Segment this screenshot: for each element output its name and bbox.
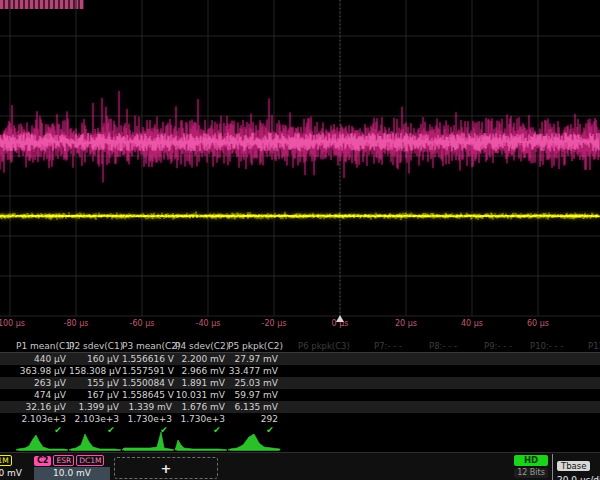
measure-cell: 1.730e+3 xyxy=(122,413,175,425)
measure-cell: 440 µV xyxy=(16,353,69,365)
measure-cell: 1.556616 V xyxy=(122,353,175,365)
time-axis-label: -100 µs xyxy=(0,318,25,330)
time-axis-label: -60 µs xyxy=(130,318,155,330)
trigger-position-marker[interactable] xyxy=(336,315,344,322)
measure-cell: 160 µV xyxy=(69,353,122,365)
measure-header-inactive[interactable]: P7:- - - xyxy=(374,340,402,352)
measure-row-min: 263 µV155 µV1.550084 V1.891 mV25.03 mV xyxy=(0,377,600,389)
measure-cell: 2.200 mV xyxy=(175,353,228,365)
plus-icon: + xyxy=(161,462,172,475)
channel-descriptor-c1[interactable]: C1 DC1M 10.0 mV xyxy=(0,454,28,480)
time-axis-label: 20 µs xyxy=(395,318,417,330)
measure-cell: 158.308 µV xyxy=(69,365,122,377)
time-axis: -100 µs-80 µs-60 µs-40 µs-20 µs0 µs20 µs… xyxy=(0,318,600,330)
bottom-toolbar: C1 DC1M 10.0 mV C2 ESR DC1M 10.0 mV + HD… xyxy=(0,452,600,480)
hd-bits-label: 12 Bits xyxy=(514,468,548,478)
timebase-descriptor[interactable]: Tbase 20.0 µs/div xyxy=(552,454,600,480)
time-axis-label: -20 µs xyxy=(262,318,287,330)
time-axis-label: 60 µs xyxy=(527,318,549,330)
measure-cell: 1.339 mV xyxy=(122,401,175,413)
tbase-label: Tbase xyxy=(557,461,590,471)
channel-c1-scale: 10.0 mV xyxy=(0,467,28,480)
measure-cell: 32.16 µV xyxy=(16,401,69,413)
channel-c2-label: C2 xyxy=(34,456,51,466)
measure-header-p2[interactable]: P2 sdev(C1) xyxy=(69,340,122,352)
measure-cell: 27.97 mV xyxy=(228,353,281,365)
measure-row-max: 474 µV167 µV1.558645 V10.031 mV59.97 mV xyxy=(0,389,600,401)
measure-cell: 59.97 mV xyxy=(228,389,281,401)
measure-header-inactive[interactable]: P10:- - - xyxy=(530,340,563,352)
measure-header-row: P1 mean(C1)P2 sdev(C1)P3 mean(C2)P4 sdev… xyxy=(0,340,600,353)
measure-header-inactive[interactable]: P9:- - - xyxy=(484,340,512,352)
measure-row-value: 440 µV160 µV1.556616 V2.200 mV27.97 mV xyxy=(0,353,600,365)
channel-c2-scale: 10.0 mV xyxy=(34,467,110,480)
measure-row-sdev: 32.16 µV1.399 µV1.339 mV1.676 mV6.135 mV xyxy=(0,401,600,413)
measurement-table: P1 mean(C1)P2 sdev(C1)P3 mean(C2)P4 sdev… xyxy=(0,340,600,430)
add-trace-button[interactable]: + xyxy=(114,457,218,479)
measure-cell: 1.399 µV xyxy=(69,401,122,413)
measure-cell: 6.135 mV xyxy=(228,401,281,413)
measure-cell: 33.477 mV xyxy=(228,365,281,377)
measure-cell: 155 µV xyxy=(69,377,122,389)
measure-cell: 10.031 mV xyxy=(175,389,228,401)
measure-header-p1[interactable]: P1 mean(C1) xyxy=(16,340,69,352)
measure-cell: 474 µV xyxy=(16,389,69,401)
channel-c2-coupling: DC1M xyxy=(76,455,104,466)
measure-header-p5[interactable]: P5 pkpk(C2) xyxy=(228,340,281,352)
waveform-display xyxy=(0,0,600,332)
time-axis-label: 40 µs xyxy=(461,318,483,330)
time-axis-label: -40 µs xyxy=(196,318,221,330)
measurement-histicons xyxy=(0,429,600,452)
channel-c2-flag: ESR xyxy=(53,455,74,466)
measure-cell: 1.550084 V xyxy=(122,377,175,389)
measure-cell: 2.103e+3 xyxy=(69,413,122,425)
measure-cell: 1.557591 V xyxy=(122,365,175,377)
measure-cell: 1.676 mV xyxy=(175,401,228,413)
measure-header-inactive[interactable]: P11:- - - xyxy=(588,340,600,352)
measure-cell: 292 xyxy=(228,413,281,425)
measure-cell: 25.03 mV xyxy=(228,377,281,389)
measure-cell: 263 µV xyxy=(16,377,69,389)
hd-mode-indicator[interactable]: HD 12 Bits xyxy=(514,455,548,478)
oscilloscope-screen: -100 µs-80 µs-60 µs-40 µs-20 µs0 µs20 µs… xyxy=(0,0,600,480)
measure-cell: 1.558645 V xyxy=(122,389,175,401)
channel-descriptor-c2[interactable]: C2 ESR DC1M 10.0 mV xyxy=(34,454,110,480)
measure-row-mean: 363.98 µV158.308 µV1.557591 V2.966 mV33.… xyxy=(0,365,600,377)
measure-cell: 1.730e+3 xyxy=(175,413,228,425)
measure-cell: 2.966 mV xyxy=(175,365,228,377)
measure-header-p4[interactable]: P4 sdev(C2) xyxy=(175,340,228,352)
measure-cell: 1.891 mV xyxy=(175,377,228,389)
measure-cell: 363.98 µV xyxy=(16,365,69,377)
channel-c1-coupling: DC1M xyxy=(0,455,12,466)
time-axis-label: -80 µs xyxy=(64,318,89,330)
measure-header-inactive[interactable]: P8:- - - xyxy=(429,340,457,352)
measure-cell: 2.103e+3 xyxy=(16,413,69,425)
measure-row-num: 2.103e+32.103e+31.730e+31.730e+3292 xyxy=(0,413,600,425)
tbase-value: 20.0 µs/div xyxy=(557,475,600,480)
measure-header-p3[interactable]: P3 mean(C2) xyxy=(122,340,175,352)
measure-cell: 167 µV xyxy=(69,389,122,401)
measure-header-inactive[interactable]: P6 pkpk(C3) xyxy=(298,340,350,352)
hd-badge: HD xyxy=(514,455,548,466)
